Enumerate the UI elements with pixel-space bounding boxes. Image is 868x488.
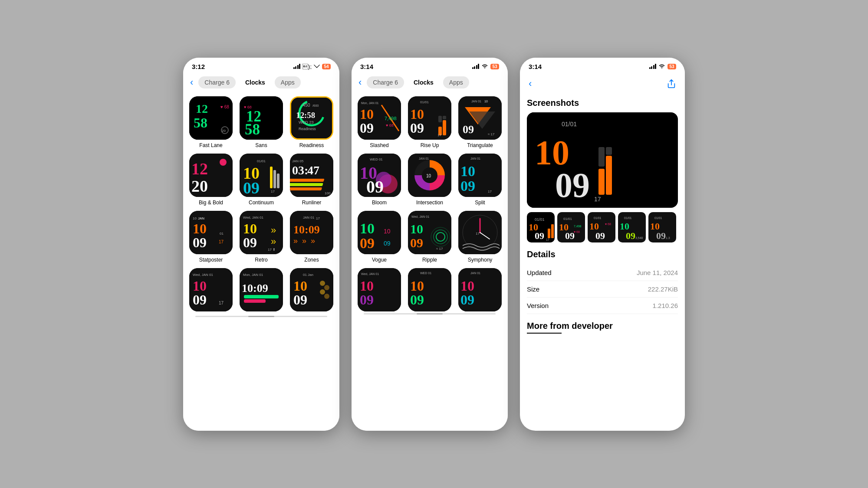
watch-item-runliner[interactable]: JAN 05 03: 47 100 Runliner (289, 154, 334, 206)
watch-item-s2b2[interactable]: WED 01 10 09 (407, 268, 452, 311)
watch-item-b3[interactable]: 01 Jan 10 09 (289, 268, 334, 314)
svg-text:/600: /600 (312, 103, 319, 107)
svg-text:17: 17 (488, 190, 492, 193)
phone-screen-2: 3:14 53 ‹ Charge 6 Clocks Apps (352, 58, 508, 431)
back-button-2[interactable]: ‹ (358, 77, 362, 88)
svg-point-74 (320, 289, 325, 295)
share-button[interactable] (667, 79, 676, 88)
svg-text:01/01: 01/01 (420, 100, 429, 104)
tab-charge6-1[interactable]: Charge 6 (198, 76, 236, 88)
svg-text:7,498: 7,498 (385, 116, 397, 121)
watch-label-riseup: Rise Up (421, 142, 439, 148)
svg-text:≈ 17: ≈ 17 (436, 247, 443, 251)
watch-label-ripple: Ripple (422, 257, 437, 263)
svg-text:17: 17 (271, 190, 275, 193)
watch-item-ripple[interactable]: Wed, JAN 01 10 09 ≈ 17 Ripple (407, 211, 452, 263)
svg-text:»: » (271, 225, 276, 236)
svg-text:»: » (293, 236, 298, 245)
svg-text:09: 09 (366, 177, 384, 197)
watch-item-statposter[interactable]: 10 JAN 10 09 01 17 Statposter (188, 211, 233, 263)
watch-face-split: JAN 01 10 09 17 (458, 154, 502, 197)
svg-text:20: 20 (191, 177, 208, 195)
svg-text:01/01: 01/01 (562, 121, 577, 128)
svg-text:09: 09 (555, 166, 590, 204)
watch-item-sans[interactable]: ♥ 68 12 58 Sans (239, 96, 284, 148)
watch-item-b1[interactable]: Wed, JAN 01 10 09 17 (188, 268, 233, 314)
svg-text:58: 58 (245, 121, 260, 138)
watch-grid-2: Mon, JAN 01 10 09 7,498 ♥ 68 Slashed (357, 96, 503, 311)
svg-text:47: 47 (307, 164, 319, 177)
thumb-1[interactable]: 01/01 10 09 17 (527, 212, 555, 242)
tab-charge6-2[interactable]: Charge 6 (367, 76, 404, 88)
svg-text:01/01: 01/01 (624, 216, 632, 219)
watch-item-intersection[interactable]: JAN 01 10 Intersection (407, 154, 452, 206)
svg-text:17 ⬆: 17 ⬆ (268, 248, 276, 252)
watch-item-continuum[interactable]: 01/01 10 09 17 Continuum (239, 154, 284, 206)
svg-text:»: » (271, 236, 276, 247)
svg-text:10: 10 (460, 163, 475, 179)
tab-clocks-2[interactable]: Clocks (408, 76, 440, 88)
watch-item-zones[interactable]: JAN 01 10:09 » » » 17 Zones (289, 211, 334, 263)
svg-text:58: 58 (194, 115, 207, 131)
status-time-1: 3:12 (192, 63, 205, 70)
svg-text:09: 09 (360, 120, 374, 136)
status-time-detail: 3:14 (529, 63, 542, 70)
watch-item-split[interactable]: JAN 01 10 09 17 Split (457, 154, 503, 206)
watch-item-riseup[interactable]: 01/01 10 09 17 Rise Up (407, 96, 452, 148)
svg-rect-89 (438, 116, 442, 122)
svg-text:JAN 05: JAN 05 (292, 159, 304, 163)
thumb-4[interactable]: 01/01 10 09 3,540 (618, 212, 646, 242)
svg-text:10: 10 (410, 222, 423, 236)
svg-text:JAN 01: JAN 01 (470, 157, 480, 160)
svg-text:»: » (302, 236, 306, 245)
svg-text:Readiness: Readiness (299, 127, 316, 131)
watch-face-runliner: JAN 05 03: 47 100 (290, 154, 333, 197)
watch-item-triangulate[interactable]: JAN 01 10 09 ≈ 17 Triangulate (457, 96, 503, 148)
tab-apps-2[interactable]: Apps (443, 76, 469, 88)
svg-text:01/01: 01/01 (535, 217, 545, 222)
svg-text:09: 09 (626, 230, 635, 241)
svg-text:09: 09 (656, 230, 666, 241)
watch-item-s2b3[interactable]: JAN 01 10 09 (457, 268, 503, 311)
main-screenshot: 01/01 10 09 17 (527, 112, 678, 208)
watch-face-b3: 01 Jan 10 09 (290, 268, 333, 311)
watch-item-slashed[interactable]: Mon, JAN 01 10 09 7,498 ♥ 68 Slashed (357, 96, 402, 148)
thumb-3[interactable]: 01/01 10 09 ♥ 68 (588, 212, 615, 242)
watch-item-readiness[interactable]: 450 /600 12:58 WED 23 Readiness Readines… (289, 96, 334, 148)
svg-text:01/01: 01/01 (257, 159, 266, 163)
watch-label-triangulate: Triangulate (467, 142, 493, 148)
svg-text:450: 450 (302, 102, 310, 107)
svg-text:10: 10 (384, 228, 391, 235)
watch-face-statposter: 10 JAN 10 09 01 17 (189, 211, 233, 254)
thumb-5[interactable]: 01/01 10 09 1.3 (648, 212, 676, 242)
tab-apps-1[interactable]: Apps (275, 76, 301, 88)
svg-text:17: 17 (219, 301, 224, 305)
svg-rect-151 (606, 156, 612, 195)
svg-rect-153 (606, 147, 612, 155)
watch-item-bigbold[interactable]: 12 20 Big & Bold (188, 154, 233, 206)
watch-item-bloom[interactable]: WED 01 10 09 Bloom (357, 154, 402, 206)
watch-item-vogue[interactable]: 10 09 10 09 Vogue (357, 211, 402, 263)
main-screenshot-svg: 01/01 10 09 17 (527, 112, 622, 208)
detail-back-button[interactable]: ‹ (529, 78, 532, 89)
watch-item-retro[interactable]: Wed, JAN 01 10 09 » » 17 ⬆ Retro (239, 211, 284, 263)
watch-face-s2b3: JAN 01 10 09 (458, 268, 502, 311)
watch-label-continuum: Continuum (249, 200, 274, 206)
tab-clocks-1[interactable]: Clocks (239, 76, 271, 88)
watch-label-retro: Retro (255, 257, 267, 263)
thumb-2[interactable]: 01/01 10 09 7,498 ♥ 68 (557, 212, 585, 242)
watch-item-b2[interactable]: Mon, JAN 01 10:09 (239, 268, 284, 314)
svg-rect-67 (244, 299, 266, 303)
svg-text:09: 09 (243, 179, 260, 197)
version-label: Version (527, 302, 549, 309)
battery-badge-1: 54 (322, 64, 331, 69)
battery-badge-detail: 53 (667, 64, 676, 69)
back-button-1[interactable]: ‹ (190, 77, 193, 88)
watch-face-riseup: 01/01 10 09 17 (408, 96, 451, 140)
watch-item-fastlane[interactable]: 12 58 ♥ 68 20 Fast Lane (188, 96, 233, 148)
watch-item-symphony[interactable]: 17 Symphony (457, 211, 503, 263)
svg-rect-152 (598, 147, 605, 167)
watch-face-continuum: 01/01 10 09 17 (240, 154, 283, 197)
watch-item-s2b1[interactable]: Wed, JAN 01 10 09 (357, 268, 402, 311)
svg-text:10: 10 (193, 278, 207, 294)
